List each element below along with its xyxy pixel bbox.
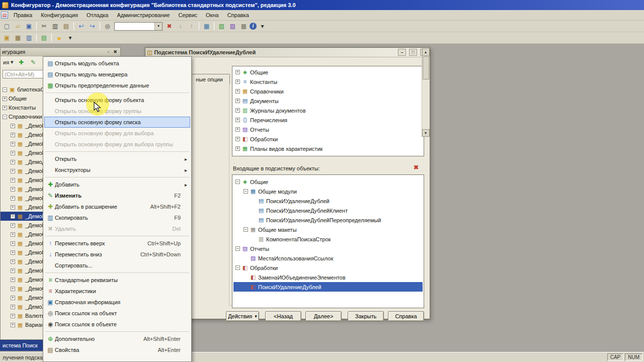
- toolbar-more-icon[interactable]: ▾: [257, 22, 268, 31]
- menu-item[interactable]: Открыть основную форму группы: [44, 106, 190, 117]
- tree-row[interactable]: + ▦ Справочники: [233, 86, 415, 96]
- syntax-check-icon[interactable]: ▧: [216, 22, 227, 31]
- expander-icon[interactable]: +: [11, 305, 15, 309]
- menu-item[interactable]: ↑ Переместить вверх Ctrl+Shift+Up: [44, 238, 190, 249]
- expander-icon[interactable]: +: [11, 205, 15, 210]
- tree-row[interactable]: + ▦ Планы видов характеристик: [233, 144, 415, 153]
- tree-row[interactable]: + ▦: [233, 153, 415, 156]
- tree-row[interactable]: ▤ ПоискИУдалениеДублейПереопределяемый: [233, 215, 423, 225]
- expander-icon[interactable]: +: [235, 146, 240, 151]
- expander-icon[interactable]: +: [11, 296, 15, 300]
- minimize-button[interactable]: –: [398, 49, 406, 56]
- menu-item[interactable]: ▦ Открыть предопределенные данные: [44, 80, 190, 91]
- expander-icon[interactable]: +: [11, 287, 15, 291]
- tree-row[interactable]: + {} Перечисления: [233, 115, 415, 125]
- menu-bar-item[interactable]: Конфигурация: [37, 11, 82, 19]
- tree-row[interactable]: ▥ КомпонентаПоискаСтрок: [233, 234, 423, 244]
- expander-icon[interactable]: +: [11, 223, 15, 228]
- tree-row[interactable]: − ▦ Общие модули: [233, 187, 423, 196]
- clear-find-button[interactable]: ✖: [164, 22, 175, 31]
- expander-icon[interactable]: −: [3, 87, 7, 92]
- menu-bar-item[interactable]: Сервис: [174, 11, 201, 19]
- tree-row[interactable]: ▤ ПоискИУдалениеДублей: [233, 196, 423, 206]
- menu-item[interactable]: Сортировать...: [44, 260, 190, 271]
- tree-row[interactable]: + ◈ Общие: [233, 67, 415, 77]
- menu-item[interactable]: ✎ Изменить F2: [44, 190, 190, 201]
- copy-icon[interactable]: ▥: [50, 22, 60, 31]
- open-file-icon[interactable]: ▱: [13, 22, 23, 31]
- tab-main-options[interactable]: ные опции: [189, 74, 230, 84]
- scrollbar-thumb[interactable]: [423, 56, 429, 79]
- maximize-button[interactable]: □: [409, 49, 417, 56]
- expander-icon[interactable]: +: [11, 196, 15, 201]
- menu-bar-item[interactable]: Отладка: [83, 11, 112, 19]
- expander-icon[interactable]: +: [235, 70, 240, 74]
- tree-row[interactable]: + ≡ Константы: [233, 77, 415, 86]
- edit-object-button[interactable]: ✎: [28, 57, 39, 67]
- expander-icon[interactable]: +: [11, 160, 15, 164]
- tree-row[interactable]: − ◧ Обработки: [233, 263, 423, 273]
- menu-item[interactable]: ↓ Переместить вниз Ctrl+Shift+Down: [44, 249, 190, 260]
- menu-item[interactable]: Открыть основную форму объекта: [44, 95, 190, 106]
- expander-icon[interactable]: +: [11, 214, 15, 219]
- expander-icon[interactable]: +: [11, 124, 15, 128]
- expander-icon[interactable]: +: [11, 142, 15, 146]
- menu-item[interactable]: ▤ Открыть модуль менеджера: [44, 69, 190, 80]
- expander-icon[interactable]: +: [235, 118, 240, 122]
- expander-icon[interactable]: +: [11, 232, 15, 237]
- menu-item[interactable]: ≡ Характеристики: [44, 286, 190, 297]
- expander-icon[interactable]: +: [11, 151, 15, 155]
- menu-item[interactable]: Конструкторы: [44, 164, 190, 175]
- menu-item[interactable]: ✖ Удалить Del: [44, 223, 190, 234]
- tree-row[interactable]: + ▥ Журналы документов: [233, 106, 415, 115]
- tree-row[interactable]: + ◧ Обработки: [233, 134, 415, 144]
- menu-item[interactable]: Открыть основную форму для выбора: [44, 128, 190, 139]
- menu-bar-item[interactable]: Окна: [202, 11, 223, 19]
- save-icon[interactable]: ▣: [24, 22, 34, 31]
- tree-row[interactable]: + ▤ Документы: [233, 96, 415, 106]
- tree-row[interactable]: − ◈ Общие: [233, 177, 423, 187]
- menu-item[interactable]: ✚ Добавить: [44, 179, 190, 190]
- expander-icon[interactable]: −: [235, 265, 240, 270]
- tree-row[interactable]: ◧ ЗаменаИОбъединениеЭлементов: [233, 273, 423, 282]
- dialog-button[interactable]: Закрыть: [348, 311, 384, 321]
- expander-icon[interactable]: −: [235, 179, 240, 184]
- add-object-button[interactable]: ✚: [16, 57, 27, 67]
- expander-icon[interactable]: +: [3, 106, 7, 110]
- expander-icon[interactable]: +: [235, 108, 240, 113]
- calculator-icon[interactable]: ▩: [238, 22, 249, 31]
- expander-icon[interactable]: +: [11, 268, 15, 273]
- expander-icon[interactable]: +: [11, 259, 15, 264]
- start-enterprise-icon[interactable]: ●: [54, 33, 64, 43]
- expander-icon[interactable]: +: [11, 133, 15, 137]
- templates-icon[interactable]: ▨: [227, 22, 238, 31]
- dialog-button[interactable]: Справка: [388, 311, 424, 321]
- menu-item[interactable]: ▥ Скопировать F9: [44, 212, 190, 223]
- expander-icon[interactable]: +: [11, 278, 15, 282]
- expander-icon[interactable]: +: [11, 323, 15, 327]
- info-icon[interactable]: i: [250, 23, 257, 30]
- show-navigation-icon[interactable]: ▦: [201, 22, 212, 31]
- compare-configuration-icon[interactable]: ▥: [24, 33, 34, 43]
- tree-row[interactable]: ▨ МестаИспользованияСсылок: [233, 253, 423, 263]
- expander-icon[interactable]: −: [244, 189, 248, 194]
- tree-row[interactable]: ▤ ПоискИУдалениеДублейКлиент: [233, 206, 423, 215]
- tree-row[interactable]: − ▦ Общие макеты: [233, 225, 423, 234]
- expander-icon[interactable]: +: [11, 187, 15, 192]
- menu-item[interactable]: ▣ Справочная информация: [44, 297, 190, 308]
- tree-row[interactable]: − ▨ Отчеты: [233, 244, 423, 253]
- configuration-panel-header[interactable]: игурация ▫ ✖: [1, 48, 120, 56]
- panel-pin-button[interactable]: ▫: [105, 49, 112, 55]
- menu-item[interactable]: Открыть: [44, 153, 190, 164]
- configuration-storage-icon[interactable]: ▦: [13, 33, 23, 43]
- tree-row[interactable]: + ▨ Отчеты: [233, 125, 415, 134]
- combo-caret-icon[interactable]: ▾: [154, 23, 162, 30]
- expander-icon[interactable]: +: [11, 169, 15, 173]
- dialog-button[interactable]: <Назад: [265, 311, 301, 321]
- menu-item[interactable]: ◉ Поиск ссылок в объекте: [44, 319, 190, 330]
- remove-from-subsystem-button[interactable]: ✖: [412, 163, 420, 171]
- find-next-icon[interactable]: ↓: [175, 22, 186, 31]
- menu-bar-item[interactable]: Справка: [223, 11, 253, 19]
- expander-icon[interactable]: +: [11, 250, 15, 255]
- update-database-icon[interactable]: ▤: [39, 33, 49, 43]
